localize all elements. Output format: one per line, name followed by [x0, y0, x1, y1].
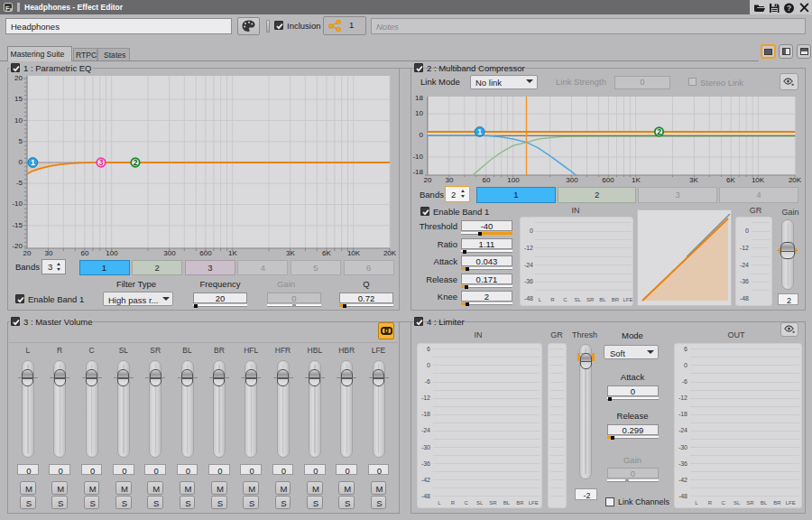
svg-text:3: 3 [99, 158, 104, 167]
svg-text:2: 2 [657, 127, 661, 136]
svg-text:1: 1 [477, 127, 482, 136]
svg-text:2: 2 [134, 158, 138, 167]
svg-text:1: 1 [31, 158, 35, 167]
svg-text:?: ? [787, 3, 791, 12]
